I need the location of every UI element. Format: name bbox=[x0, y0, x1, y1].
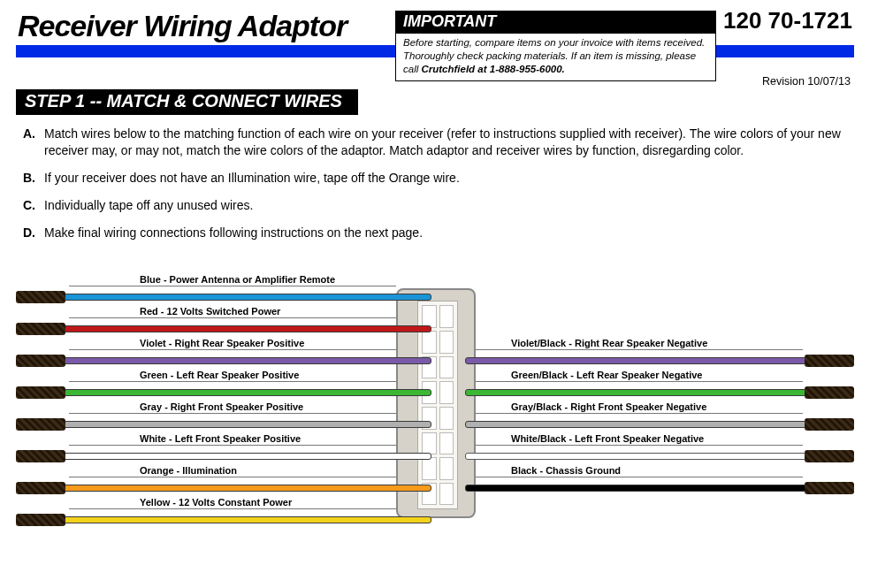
wire-line bbox=[16, 294, 431, 301]
wire-label: Gray/Black - Right Front Speaker Negativ… bbox=[511, 401, 706, 412]
instruction-text: Individually tape off any unused wires. bbox=[44, 197, 253, 214]
important-box: IMPORTANT Before starting, compare items… bbox=[395, 11, 716, 81]
wire-right-row: White/Black - Left Front Speaker Negativ… bbox=[16, 447, 854, 474]
wiring-diagram: Blue - Power Antenna or Amplifier Remote… bbox=[16, 272, 854, 555]
label-line bbox=[476, 413, 803, 414]
instruction-letter: B. bbox=[23, 170, 44, 187]
wire-line bbox=[465, 453, 854, 460]
wire-tail bbox=[805, 450, 854, 462]
wire-line bbox=[16, 325, 431, 332]
label-line bbox=[69, 381, 396, 382]
instruction-letter: D. bbox=[23, 225, 44, 241]
wire-right-row: Violet/Black - Right Rear Speaker Negati… bbox=[16, 352, 854, 378]
important-body: Before starting, compare items on your i… bbox=[396, 34, 715, 80]
instruction-letter: C. bbox=[23, 197, 44, 214]
wire-tail bbox=[16, 291, 65, 303]
wire-right-row: Gray/Black - Right Front Speaker Negativ… bbox=[16, 416, 854, 442]
wire-tail bbox=[16, 323, 65, 335]
instruction-text: If your receiver does not have an Illumi… bbox=[44, 170, 460, 187]
instruction-a: A. Match wires below to the matching fun… bbox=[23, 126, 852, 159]
label-line bbox=[69, 508, 396, 509]
label-line bbox=[69, 286, 396, 286]
wire-label: Green/Black - Left Rear Speaker Negative bbox=[511, 370, 702, 380]
wire-label: Violet/Black - Right Rear Speaker Negati… bbox=[511, 338, 707, 348]
wire-tail bbox=[805, 418, 854, 431]
wire-label: Black - Chassis Ground bbox=[511, 465, 621, 476]
important-phone: Crutchfield at 1-888-955-6000. bbox=[421, 64, 564, 74]
wire-tail bbox=[805, 355, 854, 367]
wire-right-row: Black - Chassis Ground bbox=[16, 479, 854, 506]
wire-label: White/Black - Left Front Speaker Negativ… bbox=[511, 433, 704, 444]
label-line bbox=[69, 317, 396, 318]
label-line bbox=[476, 381, 803, 382]
wire-label: Red - 12 Volts Switched Power bbox=[140, 306, 280, 317]
wire-right-row: Green/Black - Left Rear Speaker Negative bbox=[16, 384, 854, 410]
wire-line bbox=[465, 421, 854, 428]
wire-line bbox=[465, 485, 854, 492]
revision-text: Revision 10/07/13 bbox=[762, 75, 851, 88]
wire-line bbox=[465, 389, 854, 396]
instruction-letter: A. bbox=[23, 126, 44, 159]
label-line bbox=[476, 445, 803, 446]
instruction-c: C. Individually tape off any unused wire… bbox=[23, 197, 852, 214]
label-line bbox=[69, 413, 396, 414]
part-number: 120 70-1721 bbox=[723, 7, 852, 34]
instruction-d: D. Make final wiring connections followi… bbox=[23, 225, 852, 241]
wire-line bbox=[16, 516, 431, 523]
label-line bbox=[476, 349, 803, 350]
label-line bbox=[476, 477, 803, 477]
important-heading: IMPORTANT bbox=[396, 11, 715, 34]
wire-tail bbox=[805, 482, 854, 494]
label-line bbox=[69, 445, 396, 446]
instruction-text: Match wires below to the matching functi… bbox=[44, 126, 852, 159]
label-line bbox=[69, 477, 396, 477]
wire-line bbox=[465, 357, 854, 364]
wire-tail bbox=[805, 386, 854, 399]
instruction-b: B. If your receiver does not have an Ill… bbox=[23, 170, 852, 187]
step-heading: STEP 1 -- MATCH & CONNECT WIRES bbox=[16, 89, 358, 115]
wire-left-row: Yellow - 12 Volts Constant Power bbox=[16, 511, 854, 538]
instructions-list: A. Match wires below to the matching fun… bbox=[23, 126, 852, 241]
label-line bbox=[69, 349, 396, 350]
wire-label: Blue - Power Antenna or Amplifier Remote bbox=[140, 274, 335, 285]
wire-label: Violet - Right Rear Speaker Positive bbox=[140, 338, 304, 348]
wire-tail bbox=[16, 514, 65, 526]
instruction-text: Make final wiring connections following … bbox=[44, 225, 423, 241]
